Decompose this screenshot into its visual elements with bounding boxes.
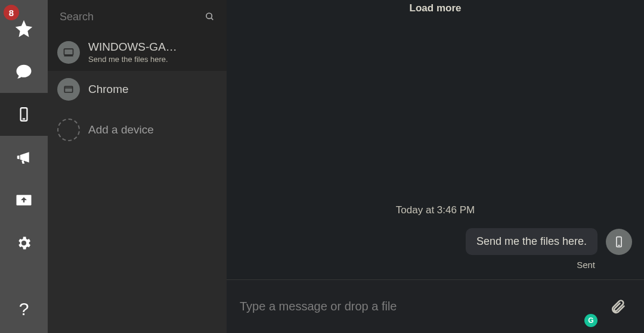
sidebar: WINDOWS-GA… Send me the files here. Chro… — [48, 0, 227, 333]
nav-rail: 8 ? — [0, 0, 48, 333]
nav-devices[interactable] — [0, 93, 48, 136]
svg-rect-7 — [64, 86, 72, 92]
search-box[interactable] — [48, 0, 227, 33]
device-item-chrome[interactable]: Chrome — [48, 71, 227, 108]
svg-line-4 — [211, 18, 213, 20]
timestamp: Today at 3:46 PM — [239, 204, 632, 216]
nav-favorites[interactable]: 8 — [0, 7, 48, 50]
help-icon: ? — [19, 299, 29, 319]
screen-share-icon — [15, 191, 33, 209]
phone-icon — [613, 236, 625, 248]
star-icon — [14, 18, 34, 39]
device-item-windows[interactable]: WINDOWS-GA… Send me the files here. — [48, 33, 227, 71]
monitor-icon — [57, 41, 80, 64]
browser-icon — [57, 78, 80, 101]
device-name: Chrome — [88, 83, 129, 96]
svg-point-3 — [206, 13, 212, 18]
message-status: Sent — [239, 260, 632, 270]
attach-button[interactable] — [605, 294, 631, 320]
nav-announce[interactable] — [0, 136, 48, 179]
nav-settings[interactable] — [0, 222, 48, 264]
megaphone-icon — [15, 148, 33, 166]
dashed-circle-icon — [57, 119, 80, 141]
nav-help[interactable]: ? — [0, 290, 48, 333]
load-more[interactable]: Load more — [227, 0, 644, 19]
grammarly-badge[interactable]: G — [584, 314, 597, 327]
composer-input[interactable] — [240, 300, 605, 313]
search-input[interactable] — [60, 11, 198, 23]
search-icon — [205, 11, 215, 23]
device-list: WINDOWS-GA… Send me the files here. Chro… — [48, 33, 227, 152]
notification-badge: 8 — [4, 5, 19, 20]
device-name: WINDOWS-GA… — [88, 41, 177, 54]
add-device-label: Add a device — [88, 123, 154, 136]
composer: G — [227, 279, 644, 333]
messages: Today at 3:46 PM Send me the files here.… — [227, 19, 644, 279]
nav-share[interactable] — [0, 179, 48, 222]
add-device[interactable]: Add a device — [48, 108, 227, 152]
chat-area: Load more Today at 3:46 PM Send me the f… — [227, 0, 644, 333]
nav-chat[interactable] — [0, 50, 48, 93]
paperclip-icon — [609, 298, 626, 315]
svg-rect-5 — [64, 49, 73, 55]
message-row: Send me the files here. — [239, 228, 632, 255]
message-bubble: Send me the files here. — [466, 228, 597, 255]
phone-icon — [16, 107, 32, 122]
sender-avatar — [606, 229, 632, 255]
speech-bubble-icon — [15, 63, 33, 80]
gear-icon — [16, 235, 32, 251]
device-preview: Send me the files here. — [88, 55, 177, 64]
